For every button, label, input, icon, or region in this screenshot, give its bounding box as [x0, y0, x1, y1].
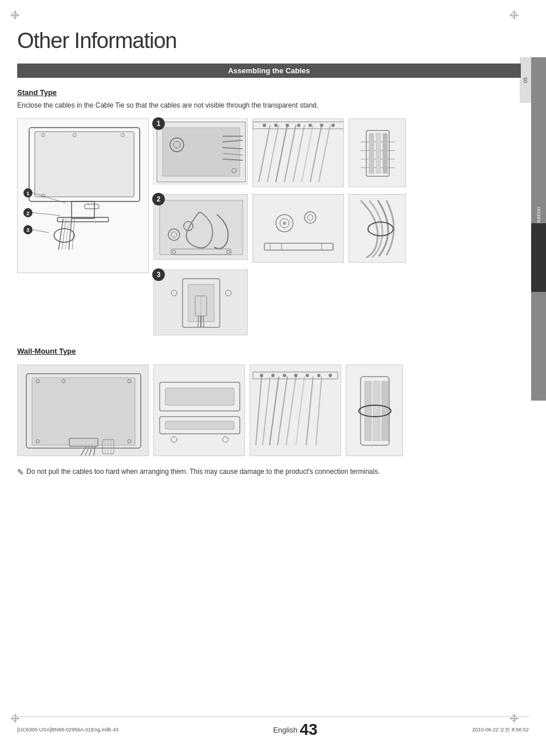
wall-mount-diagrams: [17, 365, 521, 456]
section-header: Assembling the Cables: [17, 64, 521, 78]
svg-point-128: [260, 374, 263, 377]
wall-mount-detail1: [153, 365, 245, 456]
svg-point-50: [297, 124, 300, 127]
svg-rect-138: [373, 381, 380, 441]
page-content-area: Other Information Assembling the Cables …: [17, 29, 521, 477]
footer: [UC6300-USA]BN68-02956A-01Eng.indb 43 En…: [17, 717, 529, 739]
footer-file-info: [UC6300-USA]BN68-02956A-01Eng.indb 43: [17, 727, 118, 733]
stand-type-diagrams: 1 2 3: [17, 118, 521, 335]
step1-main-container: 1: [153, 118, 248, 187]
tv-diagram-svg: 1 2 3: [18, 119, 148, 272]
svg-rect-113: [165, 388, 234, 405]
wall-mount-tv-svg: [18, 365, 149, 456]
step1-tie-detail: [349, 118, 406, 187]
svg-text:2: 2: [26, 210, 30, 216]
step1-cables-svg: [253, 119, 344, 187]
svg-point-130: [283, 374, 286, 377]
reg-mark-tl: [10, 10, 19, 19]
step2-detail2: [349, 194, 406, 263]
wall-mount-detail3: [346, 365, 403, 456]
step1-badge: 1: [152, 117, 165, 130]
step2-detail2-svg: [349, 195, 406, 263]
footer-page-number: 43: [300, 721, 318, 739]
reg-mark-tr: [509, 10, 519, 19]
svg-rect-1: [35, 132, 134, 197]
svg-rect-71: [253, 195, 344, 263]
svg-rect-60: [369, 133, 374, 173]
step3-container: 3: [153, 270, 521, 335]
step2-row: 2: [153, 194, 521, 263]
svg-rect-139: [382, 381, 389, 441]
svg-rect-61: [376, 133, 381, 173]
step2-detail1: [252, 194, 344, 263]
svg-point-48: [274, 124, 278, 127]
svg-rect-137: [365, 381, 371, 441]
step2-detail1-svg: [253, 195, 344, 263]
svg-rect-64: [160, 200, 243, 255]
wall-mount-d2-svg: [250, 365, 341, 456]
step2-svg: [154, 195, 248, 260]
svg-text:3: 3: [26, 227, 30, 233]
svg-rect-23: [85, 204, 99, 209]
footer-timestamp: 2010-06-22 오전 8:56:52: [472, 726, 529, 734]
svg-line-21: [33, 213, 61, 216]
svg-point-132: [306, 374, 309, 377]
step3-diagram: [153, 270, 248, 335]
wall-mount-d3-svg: [346, 365, 403, 456]
wall-mount-section: Wall-Mount Type: [17, 347, 521, 477]
footer-lang: English: [273, 726, 298, 734]
step1-diagram: [153, 118, 248, 184]
wall-mount-title: Wall-Mount Type: [17, 347, 521, 355]
svg-rect-115: [165, 421, 234, 429]
svg-line-93: [203, 316, 204, 327]
sidebar-number: 05: [523, 77, 528, 83]
sidebar-number-area: 05: [520, 57, 531, 103]
svg-line-22: [33, 229, 49, 232]
note-text: Do not pull the cables too hard when arr…: [26, 468, 380, 476]
page-title: Other Information: [17, 29, 521, 53]
step1-cables-detail: [252, 118, 344, 187]
svg-rect-96: [32, 378, 135, 445]
stand-type-section: Stand Type Enclose the cables in the Cab…: [17, 88, 521, 335]
svg-point-53: [331, 124, 335, 127]
svg-text:1: 1: [26, 190, 30, 196]
sidebar-dark-block: [531, 223, 546, 292]
svg-point-74: [283, 221, 286, 225]
step1-svg: [154, 119, 248, 184]
svg-point-51: [308, 124, 312, 127]
svg-line-92: [198, 316, 199, 327]
step3-svg: [154, 270, 248, 335]
note-icon: ✎: [17, 468, 24, 477]
svg-rect-28: [163, 128, 240, 176]
svg-point-49: [286, 124, 289, 127]
svg-line-10: [65, 219, 69, 250]
svg-rect-2: [72, 201, 94, 219]
svg-point-133: [317, 374, 321, 377]
wall-mount-detail2: [250, 365, 341, 456]
footer-page-area: English 43: [273, 721, 318, 739]
diagram-main-tv: 1 2 3: [17, 118, 149, 273]
svg-rect-62: [383, 133, 387, 173]
svg-point-129: [271, 374, 275, 377]
note-area: ✎ Do not pull the cables too hard when a…: [17, 468, 521, 477]
step2-main-container: 2: [153, 194, 248, 263]
diagrams-right-col: 1: [153, 118, 521, 335]
svg-line-11: [69, 219, 72, 250]
step3-badge: 3: [152, 268, 165, 281]
wall-mount-d1-svg: [154, 365, 245, 456]
svg-rect-3: [57, 217, 108, 222]
svg-point-131: [294, 374, 298, 377]
svg-point-47: [263, 124, 266, 127]
step1-tie-svg: [349, 119, 406, 187]
stand-type-title: Stand Type: [17, 88, 521, 97]
step2-diagram: [153, 194, 248, 260]
step2-badge: 2: [152, 193, 165, 205]
step1-row: 1: [153, 118, 521, 187]
svg-point-52: [320, 124, 323, 127]
stand-type-description: Enclose the cables in the Cable Tie so t…: [17, 101, 521, 109]
wall-mount-tv-diagram: [17, 365, 149, 456]
svg-point-134: [329, 374, 332, 377]
